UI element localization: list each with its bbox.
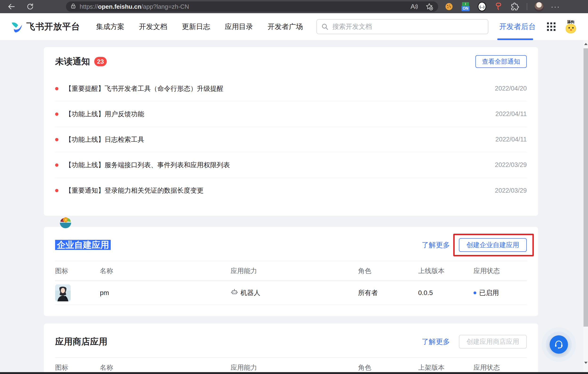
- notification-text: 【功能上线】日志检索工具: [65, 135, 144, 144]
- active-tab-underline: [497, 38, 533, 40]
- taskbar-edge-strip: [0, 372, 588, 374]
- app-version-cell: 0.0.5: [418, 289, 473, 297]
- notification-row[interactable]: 【功能上线】服务端接口列表、事件列表和应用权限列表 2022/03/29: [55, 152, 527, 178]
- search-input[interactable]: [316, 19, 488, 34]
- notification-text: 【重要通知】登录能力相关凭证的数据长度变更: [65, 186, 204, 195]
- favorite-star-icon[interactable]: [424, 1, 434, 12]
- self-built-learn-more-link[interactable]: 了解更多: [422, 240, 450, 250]
- scrollbar-down-arrow[interactable]: [584, 362, 588, 364]
- notification-row[interactable]: 【重要通知】登录能力相关凭证的数据长度变更 2022/03/29: [55, 178, 527, 203]
- unread-dot: [55, 164, 58, 167]
- main-nav: 集成方案开发文档更新日志应用目录开发者广场: [95, 20, 304, 34]
- nav-item[interactable]: 开发文档: [137, 20, 169, 34]
- column-header: 上线版本: [418, 266, 473, 275]
- notification-date: 2022/04/11: [495, 110, 527, 118]
- notifications-title: 未读通知: [55, 56, 90, 67]
- notification-date: 2022/03/29: [495, 187, 527, 194]
- unread-count-badge: 23: [94, 57, 107, 66]
- create-store-app-button[interactable]: 创建应用商店应用: [459, 335, 527, 349]
- app-status-cell: 已启用: [473, 288, 527, 297]
- create-self-built-app-button[interactable]: 创建企业自建应用: [459, 238, 527, 252]
- feishu-logo[interactable]: 飞书开放平台: [10, 20, 80, 33]
- extensions-row: i ON {...} ···: [444, 1, 560, 12]
- address-bar[interactable]: https://open.feishu.cn/app?lang=zh-CN A: [66, 1, 438, 12]
- app-table-row[interactable]: pm 机器人 所有者 0.0.5 已启用: [55, 281, 527, 305]
- notification-date: 2022/04/20: [495, 85, 527, 92]
- store-apps-title: 应用商店应用: [55, 336, 107, 348]
- toolbar-divider: [527, 3, 527, 10]
- self-built-title: 企业自建应用: [55, 239, 111, 251]
- self-built-table-header: 图标名称应用能力角色上线版本应用状态: [55, 261, 527, 281]
- on-switch-extension-icon[interactable]: i ON: [461, 1, 470, 12]
- store-apps-header: 应用商店应用 了解更多 创建应用商店应用: [55, 324, 527, 349]
- app-role-cell: 所有者: [358, 288, 418, 297]
- page-scrollbar[interactable]: [584, 40, 588, 372]
- pin-extension-icon[interactable]: [494, 1, 503, 12]
- column-header: 应用状态: [473, 363, 527, 372]
- unread-notifications-card: 未读通知 23 查看全部通知 【重要提醒】飞书开发者工具（命令行形态）升级提醒 …: [44, 47, 538, 216]
- nav-item[interactable]: 应用目录: [223, 20, 254, 34]
- unread-dot: [55, 138, 58, 141]
- scrollbar-thumb[interactable]: [584, 48, 588, 327]
- browser-profile-avatar[interactable]: [534, 1, 544, 12]
- extensions-puzzle-icon[interactable]: [510, 1, 520, 12]
- app-icon-cell: [55, 284, 100, 301]
- unread-dot: [55, 189, 58, 192]
- column-header: 名称: [100, 363, 231, 372]
- read-aloud-icon[interactable]: A: [410, 1, 419, 12]
- notification-row[interactable]: 【功能上线】用户反馈功能 2022/04/11: [55, 101, 527, 127]
- column-header: 应用状态: [473, 266, 527, 275]
- notifications-list: 【重要提醒】飞书开发者工具（命令行形态）升级提醒 2022/04/20 【功能上…: [55, 76, 527, 203]
- avatar-caption: 舔狗: [567, 20, 574, 24]
- column-header: 角色: [358, 363, 418, 372]
- developer-console-link[interactable]: 开发者后台: [498, 13, 537, 40]
- notification-text: 【重要提醒】飞书开发者工具（命令行形态）升级提醒: [65, 84, 223, 93]
- help-support-button[interactable]: [550, 335, 568, 354]
- browser-toolbar: https://open.feishu.cn/app?lang=zh-CN A …: [0, 0, 588, 13]
- create-self-built-wrap: 创建企业自建应用: [459, 238, 527, 252]
- nav-item[interactable]: 开发者广场: [266, 20, 304, 34]
- notification-text: 【功能上线】服务端接口列表、事件列表和应用权限列表: [65, 161, 230, 170]
- notification-row[interactable]: 【功能上线】日志检索工具 2022/04/11: [55, 127, 527, 152]
- unread-dot: [55, 87, 58, 90]
- avatar-face: [566, 24, 576, 33]
- search-icon: [321, 23, 329, 31]
- column-header: 角色: [358, 266, 418, 275]
- app-avatar-photo: [55, 284, 71, 301]
- browser-menu-icon[interactable]: ···: [551, 1, 560, 12]
- cookie-extension-icon[interactable]: [444, 1, 454, 12]
- self-built-apps-card: 企业自建应用 了解更多 创建企业自建应用 图标名称应用能力角色上线版本应用状态: [44, 227, 538, 316]
- page-content: 未读通知 23 查看全部通知 【重要提醒】飞书开发者工具（命令行形态）升级提醒 …: [0, 40, 588, 374]
- nav-item[interactable]: 更新日志: [180, 20, 211, 34]
- notification-text: 【功能上线】用户反馈功能: [65, 110, 144, 119]
- brand-name[interactable]: 飞书开放平台: [26, 21, 80, 33]
- url-text[interactable]: https://open.feishu.cn/app?lang=zh-CN: [80, 3, 189, 10]
- json-viewer-extension-icon[interactable]: {...}: [477, 1, 487, 12]
- lock-icon[interactable]: [70, 3, 76, 10]
- app-capability-cell: 机器人: [231, 288, 358, 297]
- refresh-icon[interactable]: [25, 1, 35, 12]
- user-avatar[interactable]: 舔狗: [564, 20, 578, 33]
- column-header: 上架版本: [418, 363, 473, 372]
- store-apps-learn-more-link[interactable]: 了解更多: [422, 337, 450, 347]
- column-header: 应用能力: [231, 266, 358, 275]
- screen: https://open.feishu.cn/app?lang=zh-CN A …: [0, 0, 588, 374]
- self-built-header: 企业自建应用 了解更多 创建企业自建应用: [55, 227, 527, 252]
- notifications-header: 未读通知 23 查看全部通知: [55, 47, 527, 76]
- robot-icon: [231, 288, 238, 297]
- view-all-notifications-button[interactable]: 查看全部通知: [475, 55, 527, 68]
- notification-date: 2022/04/11: [495, 136, 527, 143]
- column-header: 名称: [100, 266, 231, 275]
- column-header: 图标: [55, 266, 100, 275]
- notification-row[interactable]: 【重要提醒】飞书开发者工具（命令行形态）升级提醒 2022/04/20: [55, 76, 527, 101]
- site-header: 飞书开放平台 集成方案开发文档更新日志应用目录开发者广场 开发者后台 舔狗: [0, 13, 588, 40]
- search-box[interactable]: [316, 19, 488, 34]
- nav-item[interactable]: 集成方案: [95, 20, 126, 34]
- store-table-header: 图标名称应用能力角色上架版本应用状态: [55, 358, 527, 374]
- app-name-cell: pm: [100, 289, 231, 297]
- column-header: 应用能力: [231, 363, 358, 372]
- back-icon[interactable]: [6, 1, 17, 12]
- app-grid-icon[interactable]: [547, 22, 556, 31]
- scrollbar-up-arrow[interactable]: [584, 43, 588, 45]
- notification-date: 2022/03/29: [495, 161, 527, 169]
